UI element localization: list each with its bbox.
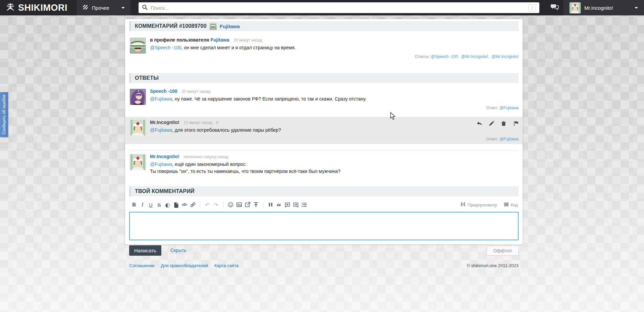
footer: Соглашение Для правообладателей Карта са…: [129, 263, 519, 273]
fujitawa-avatar[interactable]: [130, 38, 146, 54]
underline-button[interactable]: U: [147, 201, 155, 209]
flag-icon[interactable]: [513, 120, 519, 126]
reply-link[interactable]: @Mr.Incognito!: [491, 54, 519, 59]
undo-button[interactable]: ↶: [203, 201, 212, 209]
report-bug-label: Сообщить об ошибке: [2, 95, 6, 134]
smiley-button[interactable]: ☺: [226, 201, 235, 209]
mention-link[interactable]: @Fujitawa: [150, 127, 172, 133]
username-link[interactable]: Mr.Incognito!: [150, 120, 179, 125]
site-logo[interactable]: SHIKIMORI: [0, 0, 77, 15]
comment-time: 20 минут назад: [182, 89, 210, 94]
messages-button[interactable]: [546, 0, 564, 15]
editor-section-header: ТВОЙ КОММЕНТАРИЙ: [129, 186, 519, 196]
footer-link-agreement[interactable]: Соглашение: [129, 263, 154, 268]
search-input[interactable]: [151, 5, 526, 11]
comment-header: Mr.Incognito! несколько секунд назад: [150, 154, 519, 159]
upload-button[interactable]: [252, 201, 260, 209]
main-menu-label: Прочее: [92, 5, 109, 11]
username-link[interactable]: Fujitawa: [210, 37, 229, 43]
list-button[interactable]: [300, 201, 308, 209]
reply-link[interactable]: @Fujitawa: [499, 137, 519, 141]
comment-body: @Speech -100, он мне сделал минет и я от…: [150, 44, 519, 51]
username-link[interactable]: Speech -100: [150, 88, 177, 94]
comment-textarea[interactable]: [129, 212, 519, 240]
comment-text: , ещё один закономерный вопрос:: [172, 162, 246, 167]
username-link[interactable]: Mr.Incognito!: [150, 154, 179, 159]
edit-icon[interactable]: [488, 120, 494, 126]
search-bar: /: [139, 2, 539, 13]
chevron-down-icon: [121, 7, 125, 10]
code-inline-button[interactable]: </>: [180, 201, 189, 209]
reply-comment-speech: Speech -100 20 минут назад @Fujitawa, ну…: [129, 86, 519, 112]
reply-label: Ответ:: [486, 137, 498, 141]
permalink-link[interactable]: #: [216, 120, 218, 125]
quote-reply-icon[interactable]: [283, 201, 291, 209]
footer-link-sitemap[interactable]: Карта сайта: [214, 263, 238, 268]
comment-time: 20 минут назад: [233, 38, 262, 43]
quote-button[interactable]: “: [275, 201, 283, 209]
user-menu[interactable]: Mr.Incognito!: [564, 0, 644, 15]
toolbar-divider: [200, 202, 200, 208]
reply-link[interactable]: @Mr.Incognito!: [461, 54, 488, 59]
comment-context: в профиле пользователя: [150, 37, 209, 43]
mention-link[interactable]: @Fujitawa: [150, 96, 172, 102]
main-menu-dropdown[interactable]: Прочее: [77, 0, 130, 15]
preview-label: Предпросмотр: [468, 202, 497, 207]
reply-comment-incognito-2: Mr.Incognito! несколько секунд назад @Fu…: [129, 150, 519, 177]
replies-section-title: ОТВЕТЫ: [135, 75, 159, 81]
chevron-down-icon: [635, 7, 638, 10]
reply-icon[interactable]: [476, 120, 482, 126]
mention-link[interactable]: @Fujitawa: [150, 162, 172, 167]
editor-toolbar: B I U S ◐ </> ↶ ↷ ☺: [130, 200, 518, 209]
strikethrough-button[interactable]: S: [155, 201, 163, 209]
separator: ,: [488, 54, 489, 59]
submit-button[interactable]: Написать: [129, 245, 161, 256]
hide-link[interactable]: Скрыть: [170, 248, 186, 253]
search-icon: [142, 4, 148, 11]
replies-section-header: ОТВЕТЫ: [129, 73, 519, 83]
comment-text: , ну паже. Чё за нарушение законов РФ? Е…: [172, 96, 366, 102]
incognito-avatar[interactable]: [130, 120, 146, 136]
replies-line: Ответы: @Speech -100, @Mr.Incognito!, @M…: [150, 54, 519, 59]
main-content: КОММЕНТАРИЙ #10089700 Fujitawa в профиле…: [125, 19, 523, 244]
reply-link[interactable]: @Fujitawa: [499, 106, 519, 110]
preview-toggle[interactable]: Предпросмотр: [461, 202, 497, 208]
speech-avatar[interactable]: [130, 89, 146, 105]
user-avatar: [570, 2, 581, 13]
toolbar-right: Предпросмотр Код: [461, 202, 518, 208]
footer-link-copyright-holders[interactable]: Для правообладателей: [161, 263, 208, 268]
page: SHIKIMORI Прочее /: [0, 0, 644, 312]
incognito-avatar[interactable]: [130, 154, 146, 170]
quote-insert-icon[interactable]: [291, 201, 300, 209]
bold-button[interactable]: B: [130, 201, 138, 209]
report-bug-tab[interactable]: Сообщить об ошибке: [0, 92, 8, 137]
mention-link[interactable]: @Speech -100: [150, 45, 181, 50]
reply-to-line: Ответ: @Fujitawa: [150, 137, 519, 141]
comment-text: , он мне сделал минет и я отдал страницу…: [181, 45, 296, 50]
editor-buttons-row: Написать Скрыть Оффтоп: [129, 245, 519, 256]
comment-section-title: КОММЕНТАРИЙ #10089700: [135, 23, 207, 29]
heading-button[interactable]: H: [266, 201, 275, 209]
logo-mark-icon: [6, 2, 15, 13]
italic-button[interactable]: I: [138, 201, 147, 209]
offtopic-button[interactable]: Оффтоп: [487, 246, 519, 256]
preview-icon: [461, 202, 466, 208]
code-toggle[interactable]: Код: [504, 202, 518, 208]
fujitawa-profile-link[interactable]: Fujitawa: [220, 23, 240, 29]
fujitawa-mini-avatar[interactable]: [210, 23, 217, 30]
comment-header: Mr.Incognito! 12 минут назад #: [150, 120, 519, 125]
link-button[interactable]: [189, 201, 197, 209]
export-button[interactable]: [243, 201, 252, 209]
comment-text-line2: Ты говоришь "он", то есть ты намекаешь, …: [150, 168, 519, 175]
delete-icon[interactable]: [500, 120, 506, 126]
comment-main: в профиле пользователя Fujitawa 20 минут…: [129, 35, 519, 61]
search-shortcut-hint: /: [529, 4, 536, 11]
hatch-menu-icon: [83, 4, 88, 11]
user-name: Mr.Incognito!: [584, 5, 613, 11]
image-button[interactable]: [235, 201, 243, 209]
spoiler-inline-button[interactable]: ◐: [163, 201, 172, 209]
reply-link[interactable]: @Speech -100: [431, 54, 458, 59]
redo-button[interactable]: ↷: [212, 201, 220, 209]
comment-section-header: КОММЕНТАРИЙ #10089700 Fujitawa: [129, 21, 519, 31]
spoiler-block-button[interactable]: [172, 201, 180, 209]
